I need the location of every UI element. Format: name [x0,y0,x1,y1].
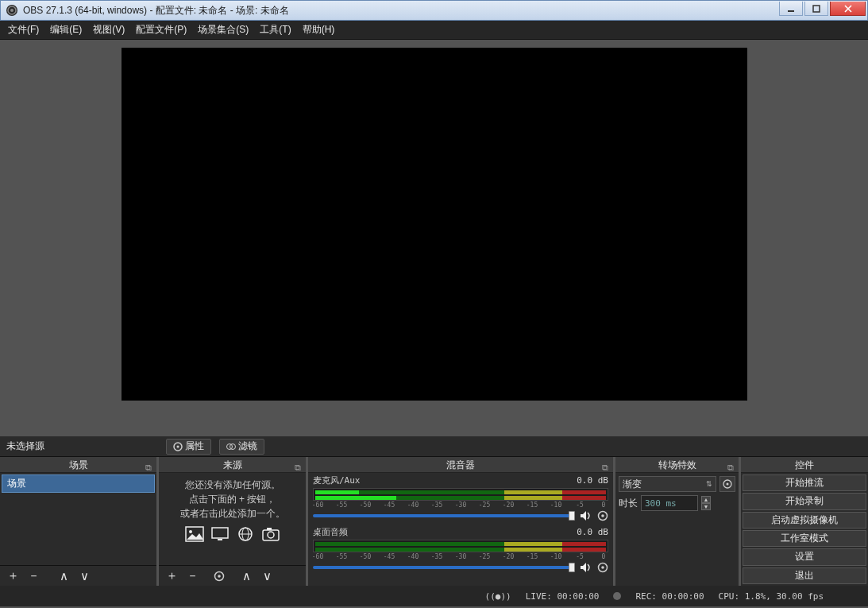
menu-profile[interactable]: 配置文件(P) [136,23,187,37]
source-settings-button[interactable] [210,567,229,585]
meter-tick: -15 [527,553,538,560]
close-button[interactable] [830,2,866,16]
start-streaming-button[interactable]: 开始推流 [743,474,866,491]
popout-icon[interactable]: ⧉ [600,459,610,470]
vu-meter [313,540,608,552]
scene-list-item[interactable]: 场景 [2,474,155,493]
svg-rect-11 [212,528,228,538]
meter-tick: -55 [336,502,347,509]
meter-tick: -35 [431,502,442,509]
panel-header: 转场特效 ⧉ [615,457,739,473]
svg-rect-18 [267,528,272,530]
statusbar: ((●)) LIVE: 00:00:00 REC: 00:00:00 CPU: … [0,586,868,606]
exit-button[interactable]: 退出 [743,567,866,584]
meter-tick: -5 [576,502,584,509]
volume-slider[interactable] [313,566,575,569]
preview-canvas[interactable] [122,48,747,401]
meter-tick: -10 [550,553,561,560]
source-down-button[interactable]: ∨ [257,567,276,585]
menu-tools[interactable]: 工具(T) [260,23,291,37]
meter-tick: -50 [360,502,371,509]
svg-point-20 [218,575,221,578]
channel-settings-icon[interactable] [597,562,608,573]
popout-icon[interactable]: ⧉ [143,459,153,470]
globe-source-icon [234,525,257,543]
no-source-label: 未选择源 [3,440,158,453]
menu-scenecollection[interactable]: 场景集合(S) [198,23,249,37]
channel-db: 0.0 dB [577,527,608,537]
add-source-button[interactable]: ＋ [162,567,181,585]
duration-input[interactable]: 300 ms [641,495,698,511]
properties-button[interactable]: 属性 [166,439,211,455]
panel-header: 场景 ⧉ [0,457,156,473]
filters-button[interactable]: 滤镜 [219,439,264,455]
remove-source-button[interactable]: － [183,567,202,585]
menu-help[interactable]: 帮助(H) [303,23,335,37]
studio-mode-button[interactable]: 工作室模式 [743,530,866,547]
settings-button[interactable]: 设置 [743,548,866,565]
svg-point-24 [601,566,604,569]
display-source-icon [209,525,231,543]
status-rec: REC: 00:00:00 [635,591,704,602]
svg-point-6 [177,445,179,447]
mixer-channel-desktop: 桌面音频 0.0 dB -60-55-50-45-40-35-30-25-20-… [308,525,613,576]
popout-icon[interactable]: ⧉ [725,459,735,470]
remove-scene-button[interactable]: － [24,567,43,585]
minimize-button[interactable] [779,2,803,16]
channel-name: 桌面音频 [313,526,577,538]
maximize-button[interactable] [804,2,828,16]
duration-up-button[interactable]: ▲ [701,496,711,503]
gear-icon [173,442,183,451]
controls-panel: 控件 开始推流 开始录制 启动虚拟摄像机 工作室模式 设置 退出 [741,457,868,586]
meter-tick: -30 [455,553,466,560]
speaker-icon[interactable] [580,510,592,521]
popout-icon[interactable]: ⧉ [292,459,303,470]
menu-edit[interactable]: 编辑(E) [50,23,82,37]
preview-area [0,40,868,436]
start-recording-button[interactable]: 开始录制 [743,493,866,509]
start-virtualcam-button[interactable]: 启动虚拟摄像机 [743,512,866,529]
meter-tick: -25 [479,502,490,509]
meter-tick: -50 [360,553,371,560]
svg-point-10 [189,530,192,533]
svg-point-2 [10,9,14,12]
channel-settings-icon[interactable] [597,510,608,521]
meter-tick: -60 [312,502,323,509]
meter-tick: 0 [602,502,606,509]
titlebar: OBS 27.1.3 (64-bit, windows) - 配置文件: 未命名… [0,0,868,21]
meter-tick: -10 [550,502,561,509]
add-scene-button[interactable]: ＋ [3,567,22,585]
speaker-icon[interactable] [580,562,592,573]
obs-logo-icon [6,4,18,17]
meter-tick: -45 [384,553,395,560]
source-up-button[interactable]: ∧ [237,567,256,585]
scene-up-button[interactable]: ∧ [54,567,73,585]
svg-rect-12 [218,539,222,540]
meter-tick: -40 [407,502,419,509]
broadcast-icon: ((●)) [485,591,511,602]
meter-tick: -35 [431,553,442,560]
menu-view[interactable]: 视图(V) [93,23,125,37]
status-live: LIVE: 00:00:00 [526,591,600,602]
volume-slider[interactable] [313,514,575,517]
record-dot-icon [613,592,621,600]
sources-empty-area[interactable]: 您还没有添加任何源。 点击下面的 + 按钮， 或者右击此处添加一个。 [159,473,306,565]
meter-tick: -40 [407,553,419,560]
filter-icon [226,442,236,451]
scene-down-button[interactable]: ∨ [75,567,94,585]
duration-down-button[interactable]: ▼ [701,503,711,510]
mixer-panel: 混音器 ⧉ 麦克风/Aux 0.0 dB -60-55-50-45-40-35-… [308,457,613,586]
panel-header: 来源 ⧉ [159,457,306,473]
svg-point-22 [601,514,604,517]
camera-source-icon [260,525,282,543]
panel-header: 混音器 ⧉ [308,457,613,473]
svg-rect-4 [813,6,820,12]
source-toolbar: 未选择源 属性 滤镜 [0,436,868,457]
meter-tick: -15 [527,502,538,509]
transition-select[interactable]: 渐变 ⇅ [619,476,716,492]
meter-tick: -30 [455,502,466,509]
menu-file[interactable]: 文件(F) [8,23,39,37]
duration-label: 时长 [619,497,638,510]
transition-settings-button[interactable] [719,476,735,492]
mixer-channel-mic: 麦克风/Aux 0.0 dB -60-55-50-45-40-35-30-25-… [308,473,613,525]
